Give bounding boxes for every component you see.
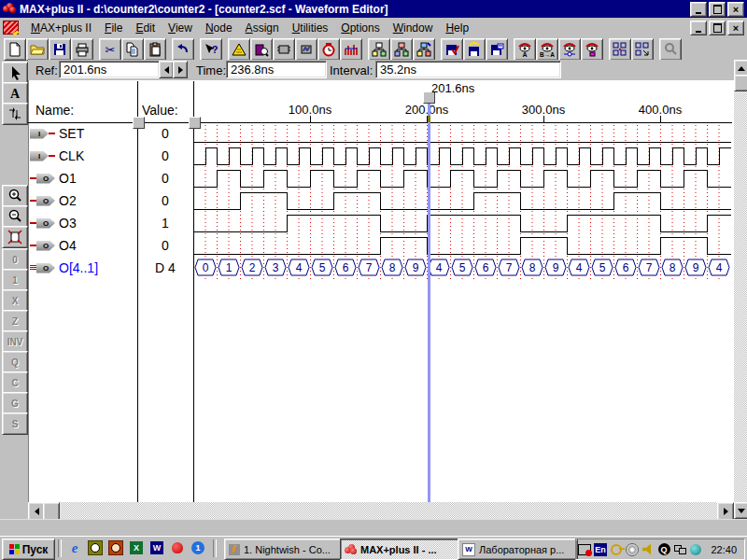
start-button[interactable]: Пуск bbox=[2, 539, 55, 560]
zoom-selection-button[interactable] bbox=[631, 38, 654, 61]
zoom-normal-button[interactable] bbox=[609, 38, 631, 61]
quicklaunch-apple-icon[interactable] bbox=[170, 540, 185, 555]
overwrite-state-tool-button: S bbox=[2, 413, 28, 435]
document-icon[interactable] bbox=[3, 21, 19, 35]
programmer-button[interactable] bbox=[340, 38, 362, 61]
menu-options[interactable]: Options bbox=[334, 20, 386, 36]
tray-network-icon[interactable] bbox=[672, 542, 687, 557]
paste-button[interactable] bbox=[144, 38, 166, 61]
close-button[interactable]: × bbox=[727, 2, 744, 17]
context-help-button[interactable]: ? bbox=[200, 38, 222, 61]
output-pin-icon: O bbox=[36, 218, 55, 229]
new-file-button[interactable] bbox=[4, 38, 26, 61]
ref-step-right-button[interactable] bbox=[173, 61, 188, 78]
timing-analyzer-button[interactable] bbox=[317, 38, 340, 61]
signal-row-O4[interactable]: OO4 bbox=[30, 234, 135, 257]
menu-utilities[interactable]: Utilities bbox=[286, 20, 335, 36]
quicklaunch-scheduler-olive-icon[interactable] bbox=[88, 540, 103, 555]
quicklaunch-scheduler-orange-icon[interactable] bbox=[108, 540, 123, 555]
zoom-in-tool-button[interactable] bbox=[2, 185, 28, 207]
task-button-1[interactable]: 1. Nightwish - Co... bbox=[224, 539, 345, 560]
view-groups-button[interactable] bbox=[581, 38, 603, 61]
text-tool-button[interactable]: A bbox=[2, 82, 28, 105]
view-node-values-button[interactable]: B→A bbox=[536, 38, 558, 61]
menu-max-plus-ii[interactable]: MAX+plus II bbox=[24, 20, 98, 36]
menu-node[interactable]: Node bbox=[199, 20, 239, 36]
tray-cd-icon[interactable] bbox=[625, 542, 640, 557]
compiler-button[interactable] bbox=[228, 38, 250, 61]
scroll-down-button[interactable] bbox=[734, 502, 747, 519]
compile-all-button[interactable] bbox=[413, 38, 435, 61]
copy-button[interactable] bbox=[121, 38, 144, 61]
doc-minimize-button[interactable] bbox=[690, 21, 707, 35]
horizontal-scrollbar[interactable] bbox=[28, 502, 734, 519]
tray-lang-indicator-icon[interactable]: En bbox=[593, 542, 608, 557]
horizontal-scroll-thumb[interactable] bbox=[43, 502, 60, 521]
hierarchy-display-button[interactable] bbox=[368, 38, 390, 61]
menu-edit[interactable]: Edit bbox=[129, 20, 162, 36]
svg-text:✂: ✂ bbox=[106, 43, 116, 57]
time-input[interactable]: 236.8ns bbox=[226, 61, 327, 78]
save-and-compile-button[interactable] bbox=[486, 38, 508, 61]
menu-window[interactable]: Window bbox=[387, 20, 440, 36]
time-cursor-line[interactable] bbox=[428, 101, 430, 502]
tray-quicktime-icon[interactable]: Q bbox=[656, 542, 671, 557]
selection-tool-button[interactable] bbox=[2, 62, 28, 84]
signal-row-CLK[interactable]: ICLK bbox=[30, 145, 135, 167]
save-and-compile-icon bbox=[489, 42, 504, 57]
signal-row-O1[interactable]: OO1 bbox=[30, 167, 135, 189]
time-cursor-label: 201.6ns bbox=[431, 81, 474, 95]
compile-current-button[interactable] bbox=[390, 38, 413, 61]
overwrite-state-tool-icon: S bbox=[12, 419, 19, 429]
simulator-button[interactable] bbox=[295, 38, 317, 61]
signal-value: 0 bbox=[137, 167, 193, 189]
scroll-right-button[interactable] bbox=[717, 502, 734, 521]
doc-close-button[interactable]: × bbox=[727, 21, 744, 35]
message-processor-button[interactable] bbox=[250, 38, 273, 61]
save-file-button[interactable] bbox=[49, 38, 71, 61]
fit-in-window-tool-button[interactable] bbox=[2, 226, 28, 248]
open-file-button[interactable] bbox=[26, 38, 49, 61]
view-node-names-button[interactable]: A bbox=[514, 38, 536, 61]
signal-row-O41[interactable]: OO[4..1] bbox=[30, 257, 135, 279]
pin-wire bbox=[49, 155, 55, 157]
waveform-edit-tool-button[interactable] bbox=[2, 103, 28, 125]
signal-row-O2[interactable]: OO2 bbox=[30, 189, 135, 212]
task-button-2[interactable]: MAX+plus II - ... bbox=[340, 539, 462, 560]
tray-volume-icon[interactable] bbox=[641, 542, 655, 557]
tray-task-scheduler-icon[interactable] bbox=[577, 542, 592, 557]
menu-assign[interactable]: Assign bbox=[239, 20, 286, 36]
minimize-button[interactable] bbox=[690, 2, 707, 17]
doc-restore-button[interactable] bbox=[709, 21, 726, 35]
save-and-simulate-button[interactable] bbox=[463, 38, 486, 61]
menu-view[interactable]: View bbox=[162, 20, 199, 36]
svg-text:8: 8 bbox=[669, 261, 676, 274]
quicklaunch-number-one-icon[interactable]: 1 bbox=[190, 540, 205, 555]
quicklaunch-internet-explorer-icon[interactable]: e bbox=[67, 540, 82, 555]
zoom-out-tool-button[interactable] bbox=[2, 205, 28, 228]
waveform-plot[interactable]: 01234567894567894567894 bbox=[193, 80, 734, 502]
cut-button[interactable]: ✂ bbox=[99, 38, 121, 61]
pin-wire bbox=[30, 245, 36, 246]
simulator-netlist-button[interactable] bbox=[273, 38, 295, 61]
tray-globe-icon[interactable] bbox=[688, 542, 703, 557]
signal-row-O3[interactable]: OO3 bbox=[30, 212, 135, 234]
undo-button[interactable] bbox=[172, 38, 194, 61]
interval-input[interactable]: 35.2ns bbox=[375, 61, 561, 78]
ref-input[interactable]: 201.6ns bbox=[59, 61, 160, 78]
menu-file[interactable]: File bbox=[98, 20, 129, 36]
vertical-scroll-thumb[interactable] bbox=[734, 75, 747, 91]
ref-step-left-button[interactable] bbox=[159, 61, 174, 78]
quicklaunch-word-icon[interactable]: W bbox=[149, 540, 164, 555]
menu-help[interactable]: Help bbox=[439, 20, 475, 36]
save-and-check-button[interactable] bbox=[441, 38, 463, 61]
vertical-scrollbar[interactable] bbox=[734, 60, 747, 519]
view-logic-button[interactable] bbox=[558, 38, 581, 61]
signal-row-SET[interactable]: ISET bbox=[30, 122, 135, 145]
tray-key-icon[interactable] bbox=[609, 542, 624, 557]
quicklaunch-excel-icon[interactable]: X bbox=[129, 540, 144, 555]
task-button-3[interactable]: WЛабораторная р... bbox=[458, 539, 578, 560]
invert-tool-icon: INV bbox=[7, 337, 23, 347]
restore-button[interactable] bbox=[709, 2, 726, 17]
print-button[interactable] bbox=[71, 38, 93, 61]
